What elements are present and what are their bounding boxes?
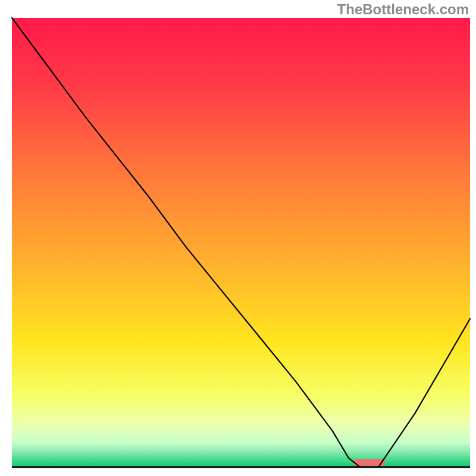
- watermark-text: TheBottleneck.com: [337, 1, 469, 18]
- chart-frame: TheBottleneck.com: [0, 0, 476, 476]
- svg-rect-0: [12, 18, 470, 467]
- bottleneck-chart: [0, 0, 476, 476]
